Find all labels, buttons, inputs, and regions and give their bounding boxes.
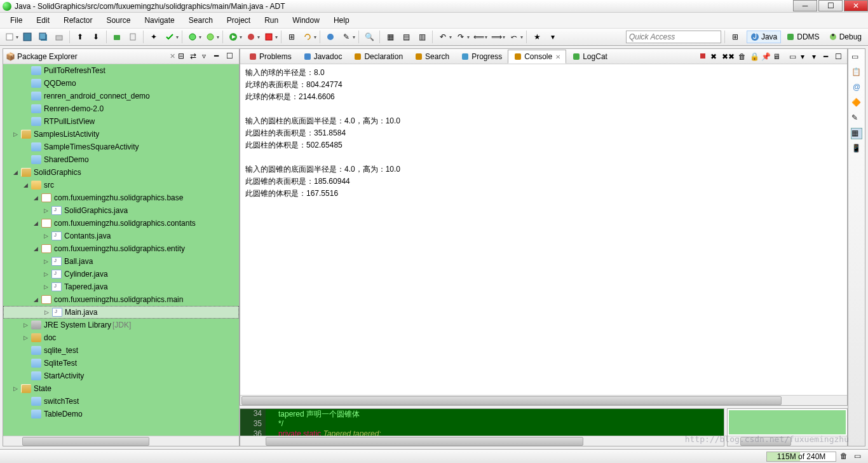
tree-item[interactable]: ▷Contants.java bbox=[3, 230, 239, 242]
twisty-icon[interactable]: ▷ bbox=[44, 207, 50, 214]
horizontal-scrollbar[interactable] bbox=[3, 436, 239, 446]
fwd-button[interactable]: ⟹ bbox=[489, 30, 503, 44]
close-view-button[interactable]: ✕ bbox=[170, 52, 175, 60]
pin-console-button[interactable]: 📌 bbox=[761, 52, 771, 62]
menu-source[interactable]: Source bbox=[100, 14, 137, 27]
bookmark-button[interactable]: ★ bbox=[530, 30, 544, 44]
twisty-icon[interactable]: ▷ bbox=[44, 258, 50, 265]
tree-item[interactable]: RTPullListView bbox=[3, 115, 239, 128]
twisty-icon[interactable]: ▷ bbox=[44, 233, 50, 239]
perspective-debug[interactable]: Debug bbox=[825, 31, 865, 43]
run-config-button[interactable] bbox=[244, 30, 258, 44]
tab-search[interactable]: Search bbox=[409, 50, 455, 64]
tree-item[interactable]: ◢com.fuxuemingzhu.solidgraphics.entity bbox=[3, 242, 239, 255]
twisty-icon[interactable]: ▷ bbox=[44, 271, 50, 277]
wand-button[interactable]: ✦ bbox=[147, 30, 161, 44]
tree-item[interactable]: ▷SolidGraphics.java bbox=[3, 204, 239, 217]
tree-item[interactable]: switchTest bbox=[3, 395, 239, 408]
twisty-icon[interactable]: ◢ bbox=[34, 195, 40, 201]
remove-launch-button[interactable]: ✖ bbox=[710, 52, 720, 62]
tab-javadoc[interactable]: Javadoc bbox=[297, 50, 348, 64]
tree-item[interactable]: sqlite_test bbox=[3, 344, 239, 357]
perspective-java[interactable]: JJava bbox=[747, 31, 781, 43]
tree-item[interactable]: ▷JRE System Library [JDK] bbox=[3, 319, 239, 331]
console-output[interactable]: 输入的球的半径是：8.0此球的表面积是：804.24774此球的体积是：2144… bbox=[240, 64, 847, 395]
tree-item[interactable]: ▷Cylinder.java bbox=[3, 268, 239, 280]
code-line[interactable]: 35 */ bbox=[240, 419, 724, 429]
view-menu-button[interactable]: ▿ bbox=[202, 52, 212, 62]
back-button[interactable]: ⟸ bbox=[471, 30, 485, 44]
new-button[interactable] bbox=[3, 30, 17, 44]
restore-icon[interactable]: ▭ bbox=[851, 52, 862, 63]
min-button[interactable]: ━ bbox=[823, 52, 833, 62]
scroll-lock-button[interactable]: 🔒 bbox=[749, 52, 759, 62]
tree-item[interactable]: ▷doc bbox=[3, 331, 239, 344]
tree-item[interactable]: ◢SolidGraphics bbox=[3, 166, 239, 179]
tree-item[interactable]: ◢com.fuxuemingzhu.solidgraphics.base bbox=[3, 191, 239, 204]
tree-item[interactable]: TableDemo bbox=[3, 408, 239, 420]
open-type-button[interactable] bbox=[323, 30, 337, 44]
minimize-view-button[interactable]: ━ bbox=[214, 52, 224, 62]
tree-item[interactable]: SampleTimesSquareActivity bbox=[3, 141, 239, 153]
import-button[interactable]: ⬇ bbox=[89, 30, 103, 44]
ext-tools-button[interactable] bbox=[262, 30, 276, 44]
debug-button[interactable] bbox=[203, 30, 217, 44]
grid-button[interactable]: ▤ bbox=[399, 30, 413, 44]
menu-edit[interactable]: Edit bbox=[30, 14, 56, 27]
toggle-button[interactable]: ▦ bbox=[383, 30, 397, 44]
tab-logcat[interactable]: LogCat bbox=[566, 50, 613, 64]
tree-item[interactable]: QQDemo bbox=[3, 77, 239, 90]
paint-button[interactable]: ✎ bbox=[339, 30, 353, 44]
tab-declaration[interactable]: Declaration bbox=[348, 50, 409, 64]
tree-item[interactable]: ▷Ball.java bbox=[3, 255, 239, 268]
avd-button[interactable] bbox=[126, 30, 140, 44]
link-editor-button[interactable]: ⇄ bbox=[190, 52, 200, 62]
maximize-view-button[interactable]: ☐ bbox=[226, 52, 236, 62]
editor-hscroll[interactable] bbox=[240, 436, 724, 446]
twisty-icon[interactable]: ◢ bbox=[34, 296, 40, 303]
minimize-button[interactable]: ─ bbox=[793, 0, 817, 11]
twisty-icon[interactable]: ◢ bbox=[13, 169, 20, 176]
new-console-button[interactable]: ▾ bbox=[811, 52, 822, 62]
outline-icon[interactable]: 🔶 bbox=[851, 97, 862, 109]
tab-console[interactable]: Console✕ bbox=[508, 50, 566, 64]
menu-help[interactable]: Help bbox=[327, 14, 356, 27]
perspective-ddms[interactable]: DDMS bbox=[782, 31, 823, 43]
task-list-icon[interactable]: 📋 bbox=[851, 67, 862, 78]
print-button[interactable] bbox=[52, 30, 66, 44]
refresh-button[interactable] bbox=[301, 30, 315, 44]
tree-item[interactable]: ▷Tapered.java bbox=[3, 280, 239, 293]
clear-console-button[interactable]: 🗑 bbox=[738, 52, 748, 62]
max-button[interactable]: ☐ bbox=[834, 52, 844, 62]
heap-status[interactable]: 115M of 240M bbox=[766, 452, 836, 462]
menu-file[interactable]: File bbox=[4, 14, 29, 27]
tree-item[interactable]: renren_android_connect_demo bbox=[3, 90, 239, 102]
show-console-button[interactable]: ▾ bbox=[800, 52, 810, 62]
last-edit-button[interactable]: ⤺ bbox=[507, 30, 521, 44]
tree-item[interactable]: ▷State bbox=[3, 382, 239, 395]
tree-item[interactable]: ◢com.fuxuemingzhu.solidgraphics.contants bbox=[3, 217, 239, 230]
tab-progress[interactable]: Progress bbox=[455, 50, 508, 64]
console-hscroll[interactable] bbox=[240, 395, 847, 405]
prev-edit-button[interactable]: ↶ bbox=[436, 30, 450, 44]
next-edit-button[interactable]: ↷ bbox=[454, 30, 468, 44]
editor-presentation-icon[interactable]: ▦ bbox=[851, 128, 862, 139]
maximize-button[interactable]: ☐ bbox=[818, 0, 843, 11]
at-icon[interactable]: @ bbox=[851, 82, 862, 93]
save-button[interactable] bbox=[20, 30, 34, 44]
new-project-button[interactable] bbox=[186, 30, 200, 44]
tree-item[interactable]: SqliteTest bbox=[3, 357, 239, 370]
twisty-icon[interactable]: ▷ bbox=[13, 385, 20, 392]
code-line[interactable]: 34 tapered 声明一个圆锥体 bbox=[240, 409, 724, 419]
remove-all-button[interactable]: ✖✖ bbox=[721, 52, 731, 62]
open-console-button[interactable]: ▭ bbox=[789, 52, 799, 62]
twisty-icon[interactable]: ▷ bbox=[13, 131, 20, 137]
menu-navigate[interactable]: Navigate bbox=[138, 14, 180, 27]
device-icon[interactable]: 📱 bbox=[851, 143, 862, 155]
display-button[interactable]: 🖥 bbox=[772, 52, 782, 62]
tree-item[interactable]: ◢com.fuxuemingzhu.solidgraphics.main bbox=[3, 293, 239, 306]
outline-content[interactable] bbox=[729, 410, 846, 434]
tree-item[interactable]: StartActivity bbox=[3, 370, 239, 382]
wand-icon[interactable]: ✎ bbox=[851, 113, 862, 124]
quick-access-input[interactable] bbox=[626, 31, 721, 43]
